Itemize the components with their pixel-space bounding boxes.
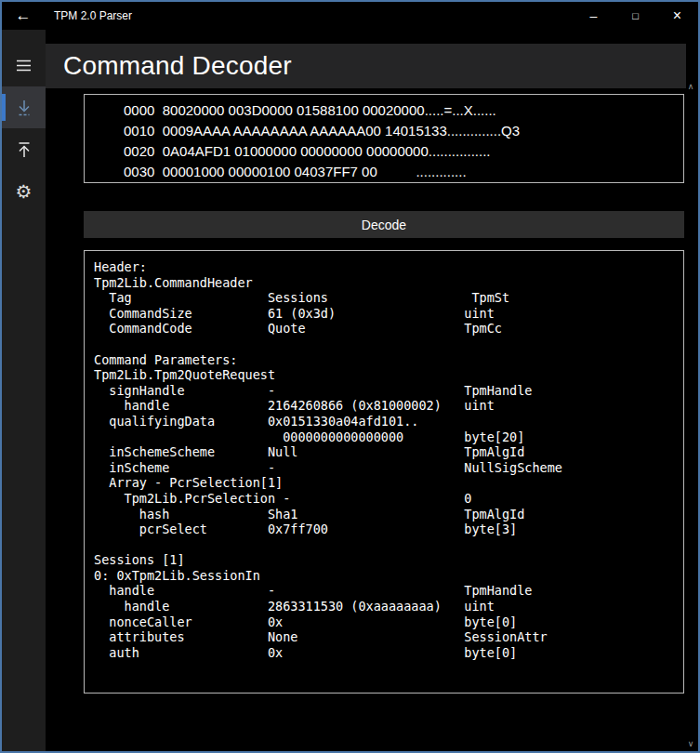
selection-accent-bar (2, 94, 6, 121)
decoded-output-text: Header: Tpm2Lib.CommandHeader Tag Sessio… (94, 259, 683, 660)
download-icon (14, 98, 34, 118)
maximize-button[interactable]: □ (614, 2, 656, 30)
scrollbar-up-arrow[interactable]: ∧ (686, 82, 695, 91)
scrollbar-down-arrow[interactable]: ∨ (686, 739, 695, 748)
gear-icon: ⚙ (16, 182, 33, 201)
chevron-up-icon: ∧ (688, 82, 694, 91)
sidebar-item-command-decoder[interactable] (2, 86, 46, 128)
minimize-button[interactable]: – (573, 2, 614, 30)
close-button[interactable]: × (656, 2, 698, 30)
hex-input-box[interactable]: 0000 80020000 003D0000 01588100 00020000… (84, 94, 684, 183)
back-arrow-icon: ← (16, 7, 32, 25)
hamburger-icon (14, 56, 33, 75)
decode-button[interactable]: Decode (84, 211, 684, 238)
title-bar: ← TPM 2.0 Parser – □ × (2, 2, 698, 30)
decode-button-label: Decode (362, 218, 406, 232)
sidebar: ⚙ (2, 30, 46, 751)
maximize-icon: □ (632, 10, 639, 21)
app-window: ← TPM 2.0 Parser – □ × (0, 0, 700, 753)
sidebar-item-settings[interactable]: ⚙ (2, 170, 46, 212)
hamburger-menu-button[interactable] (2, 45, 46, 86)
caption-buttons: – □ × (573, 2, 698, 30)
back-button[interactable]: ← (2, 2, 45, 30)
window-title: TPM 2.0 Parser (54, 9, 573, 22)
decoded-output-box[interactable]: Header: Tpm2Lib.CommandHeader Tag Sessio… (84, 250, 684, 694)
main-content: Command Decoder 0000 80020000 003D0000 0… (46, 30, 698, 751)
page-title: Command Decoder (46, 51, 292, 81)
hex-dump-text[interactable]: 0000 80020000 003D0000 01588100 00020000… (124, 100, 683, 182)
sidebar-item-response-decoder[interactable] (2, 128, 46, 170)
minimize-icon: – (590, 8, 598, 23)
close-icon: × (673, 7, 681, 24)
chevron-down-icon: ∨ (688, 739, 694, 748)
page-header: Command Decoder (46, 44, 686, 88)
upload-icon (14, 139, 34, 160)
